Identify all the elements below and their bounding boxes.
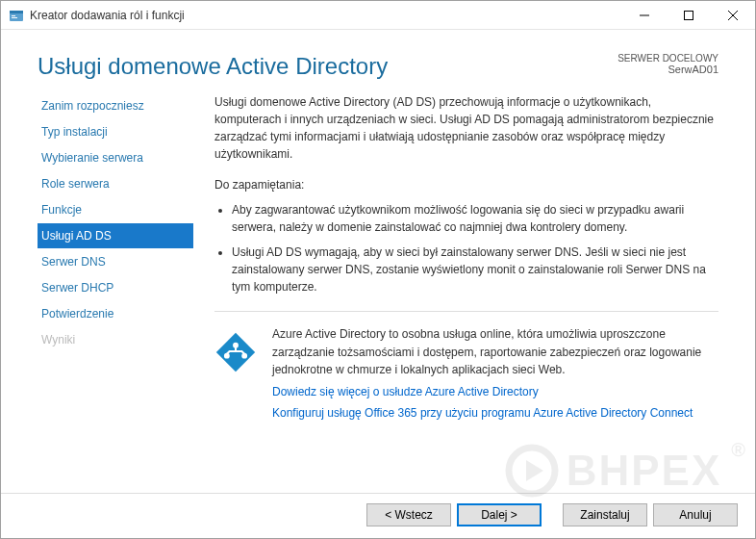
page-title: Usługi domenowe Active Directory [38,53,388,80]
svg-rect-1 [10,11,23,13]
azure-ad-icon [214,331,257,373]
target-server-name: SerwAD01 [617,64,718,75]
azure-info-block: Azure Active Directory to osobna usługa … [214,325,718,423]
nav-before-begin[interactable]: Zanim rozpoczniesz [38,93,193,118]
minimize-icon [640,11,649,20]
previous-button[interactable]: < Wstecz [366,503,451,526]
close-icon [728,11,738,20]
minimize-button[interactable] [622,1,667,30]
target-server-info: SERWER DOCELOWY SerwAD01 [617,53,718,75]
list-item: Aby zagwarantować użytkownikom możliwość… [232,201,718,236]
titlebar: Kreator dodawania ról i funkcji [1,1,755,30]
svg-rect-5 [685,11,693,19]
main-area: Usługi domenowe Active Directory SERWER … [1,30,755,538]
azure-info-text: Azure Active Directory to osobna usługa … [272,325,718,423]
nav-confirmation[interactable]: Potwierdzenie [38,301,193,326]
spacer [547,503,557,526]
body: Zanim rozpoczniesz Typ instalacji Wybier… [1,93,755,493]
app-icon [9,8,24,23]
nav-features[interactable]: Funkcje [38,197,193,222]
svg-rect-2 [12,15,15,16]
target-server-label: SERWER DOCELOWY [617,53,718,64]
titlebar-text: Kreator dodawania ról i funkcji [30,9,622,22]
remember-label: Do zapamiętania: [214,176,718,193]
remember-list: Aby zagwarantować użytkownikom możliwość… [214,201,718,295]
nav-dhcp-server[interactable]: Serwer DHCP [38,275,193,300]
intro-text: Usługi domenowe Active Directory (AD DS)… [214,93,718,163]
wizard-nav: Zanim rozpoczniesz Typ instalacji Wybier… [1,93,193,493]
window-controls [622,1,755,30]
svg-rect-3 [12,17,17,18]
content-pane: Usługi domenowe Active Directory (AD DS)… [193,93,738,493]
azure-description: Azure Active Directory to osobna usługa … [272,327,701,376]
next-button[interactable]: Dalej > [457,503,542,526]
nav-dns-server[interactable]: Serwer DNS [38,249,193,274]
cancel-button[interactable]: Anuluj [653,503,738,526]
nav-ad-ds[interactable]: Usługi AD DS [38,223,193,248]
nav-server-selection[interactable]: Wybieranie serwera [38,145,193,170]
maximize-icon [684,11,693,20]
nav-server-roles[interactable]: Role serwera [38,171,193,196]
close-button[interactable] [711,1,755,30]
divider [214,311,718,312]
nav-install-type[interactable]: Typ instalacji [38,119,193,144]
footer: < Wstecz Dalej > Zainstaluj Anuluj [1,493,755,538]
nav-results: Wyniki [38,327,193,352]
azure-configure-office365-link[interactable]: Konfiguruj usługę Office 365 przy użyciu… [272,404,718,423]
list-item: Usługi AD DS wymagają, aby w sieci był z… [232,244,718,295]
maximize-button[interactable] [667,1,711,30]
azure-learn-more-link[interactable]: Dowiedz się więcej o usłudze Azure Activ… [272,383,718,401]
install-button[interactable]: Zainstaluj [563,503,647,526]
header: Usługi domenowe Active Directory SERWER … [1,30,755,93]
